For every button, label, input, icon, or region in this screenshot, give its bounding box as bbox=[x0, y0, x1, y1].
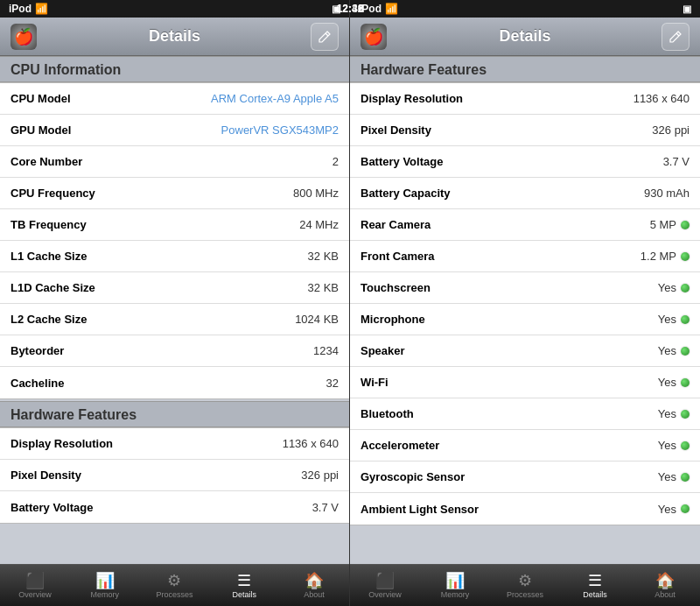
tab-overview-left[interactable]: ⬛ Overview bbox=[0, 573, 70, 599]
details-icon-right: ☰ bbox=[588, 573, 602, 588]
tab-memory-left[interactable]: 📊 Memory bbox=[70, 573, 140, 599]
table-row: Cacheline 32 bbox=[0, 367, 349, 398]
green-dot-gyroscope bbox=[681, 473, 690, 482]
label-gpu-model: GPU Model bbox=[10, 123, 71, 137]
table-row: TB Frequency 24 MHz bbox=[0, 209, 349, 241]
content-right: Hardware Features Display Resolution 113… bbox=[350, 56, 700, 564]
tab-about-left[interactable]: 🏠 About bbox=[279, 573, 349, 599]
green-dot-microphone bbox=[681, 315, 690, 324]
status-left-right: iPod 📶 bbox=[359, 3, 398, 15]
tab-details-right[interactable]: ☰ Details bbox=[560, 573, 630, 599]
tab-memory-right[interactable]: 📊 Memory bbox=[420, 573, 490, 599]
value-battery-voltage-r: 3.7 V bbox=[663, 155, 690, 168]
value-front-camera: 1.2 MP bbox=[640, 250, 690, 263]
tab-label-memory: Memory bbox=[90, 590, 119, 599]
about-icon-right: 🏠 bbox=[655, 573, 675, 588]
value-l2-cache: 1024 KB bbox=[295, 313, 339, 326]
label-core-number: Core Number bbox=[10, 155, 82, 168]
label-tb-freq: TB Frequency bbox=[10, 218, 87, 231]
green-dot-front bbox=[681, 252, 690, 261]
tab-processes-left[interactable]: ⚙ Processes bbox=[140, 573, 210, 599]
table-row: Accelerometer Yes bbox=[350, 430, 700, 462]
table-row: Ambient Light Sensor Yes bbox=[350, 493, 700, 525]
table-row: L2 Cache Size 1024 KB bbox=[0, 304, 349, 335]
green-dot-accelerometer bbox=[681, 441, 690, 450]
value-cpu-model: ARM Cortex-A9 Apple A5 bbox=[211, 92, 339, 105]
value-l1-cache: 32 KB bbox=[308, 250, 339, 263]
tab-label-overview: Overview bbox=[18, 590, 52, 599]
label-display-res-r: Display Resolution bbox=[360, 92, 463, 105]
section-cpu-header: CPU Information bbox=[0, 56, 349, 82]
value-pixel-density: 326 ppi bbox=[301, 469, 339, 482]
about-icon: 🏠 bbox=[304, 573, 324, 588]
label-gyroscope: Gyroscopic Sensor bbox=[360, 470, 465, 483]
overview-icon-right: ⬛ bbox=[375, 573, 395, 588]
table-row: L1 Cache Size 32 KB bbox=[0, 241, 349, 272]
label-bluetooth: Bluetooth bbox=[360, 407, 414, 420]
status-time-right: 12:42 bbox=[337, 3, 364, 15]
green-dot-bluetooth bbox=[681, 410, 690, 419]
value-microphone: Yes bbox=[658, 313, 690, 326]
tab-label-about: About bbox=[304, 590, 325, 599]
value-display-res-r: 1136 x 640 bbox=[634, 92, 690, 105]
tab-label-details-right: Details bbox=[583, 590, 607, 599]
tab-label-overview-right: Overview bbox=[368, 590, 402, 599]
processes-icon-right: ⚙ bbox=[518, 573, 532, 588]
value-l1d-cache: 32 KB bbox=[308, 281, 339, 294]
overview-icon: ⬛ bbox=[25, 573, 45, 588]
tab-label-processes: Processes bbox=[156, 590, 192, 599]
value-byteorder: 1234 bbox=[313, 344, 339, 357]
table-row: Pixel Density 326 ppi bbox=[350, 115, 700, 146]
value-battery-cap: 930 mAh bbox=[644, 187, 690, 200]
tab-processes-right[interactable]: ⚙ Processes bbox=[490, 573, 560, 599]
table-row: Battery Voltage 3.7 V bbox=[0, 491, 349, 523]
green-dot-ambient bbox=[681, 504, 690, 513]
app-logo-left: 🍎 bbox=[10, 24, 37, 50]
status-left: iPod 📶 bbox=[9, 3, 48, 15]
tab-details-left[interactable]: ☰ Details bbox=[209, 573, 279, 599]
value-pixel-density-r: 326 ppi bbox=[652, 123, 690, 137]
value-bluetooth: Yes bbox=[658, 407, 690, 420]
green-dot-speaker bbox=[681, 347, 690, 356]
table-row: Battery Voltage 3.7 V bbox=[350, 146, 700, 178]
green-dot-rear bbox=[681, 221, 690, 229]
hw-table-left: Display Resolution 1136 x 640 Pixel Dens… bbox=[0, 427, 349, 524]
label-battery-voltage: Battery Voltage bbox=[10, 501, 93, 514]
label-accelerometer: Accelerometer bbox=[360, 439, 439, 452]
tab-bar-left: ⬛ Overview 📊 Memory ⚙ Processes ☰ Detail… bbox=[0, 564, 349, 606]
value-ambient-light: Yes bbox=[658, 503, 690, 516]
table-row: CPU Model ARM Cortex-A9 Apple A5 bbox=[0, 83, 349, 115]
memory-icon-right: 📊 bbox=[445, 573, 465, 588]
table-row: Microphone Yes bbox=[350, 304, 700, 335]
tab-bar-right: ⬛ Overview 📊 Memory ⚙ Processes ☰ Detail… bbox=[350, 564, 700, 606]
section-hw-header-right: Hardware Features bbox=[350, 56, 700, 82]
table-row: Core Number 2 bbox=[0, 146, 349, 178]
green-dot-wifi bbox=[681, 378, 690, 387]
table-row: Rear Camera 5 MP bbox=[350, 209, 700, 241]
label-l1-cache: L1 Cache Size bbox=[10, 250, 87, 263]
label-cpu-model: CPU Model bbox=[10, 92, 71, 105]
label-l1d-cache: L1D Cache Size bbox=[10, 281, 95, 294]
table-row: Front Camera 1.2 MP bbox=[350, 241, 700, 272]
table-row: Display Resolution 1136 x 640 bbox=[0, 428, 349, 460]
device-name: iPod bbox=[9, 3, 32, 15]
label-pixel-density-r: Pixel Density bbox=[360, 123, 431, 137]
svg-line-1 bbox=[676, 33, 679, 36]
section-hw-header-left: Hardware Features bbox=[0, 401, 349, 427]
label-display-res: Display Resolution bbox=[10, 437, 113, 450]
panel-left: iPod 📶 12:36 ▣ 🍎 Details CPU Information… bbox=[0, 0, 350, 606]
value-rear-camera: 5 MP bbox=[650, 218, 690, 231]
table-row: Battery Capacity 930 mAh bbox=[350, 178, 700, 209]
label-cacheline: Cacheline bbox=[10, 377, 64, 390]
label-battery-cap: Battery Capacity bbox=[360, 187, 451, 200]
status-bar-left: iPod 📶 12:36 ▣ bbox=[0, 0, 349, 18]
tab-about-right[interactable]: 🏠 About bbox=[630, 573, 700, 599]
edit-button-left[interactable] bbox=[311, 23, 339, 51]
edit-button-right[interactable] bbox=[662, 23, 690, 51]
value-core-number: 2 bbox=[332, 155, 339, 168]
app-logo-right: 🍎 bbox=[360, 24, 387, 50]
battery-icon-right: ▣ bbox=[682, 4, 691, 15]
tab-overview-right[interactable]: ⬛ Overview bbox=[350, 573, 420, 599]
nav-title-left: Details bbox=[149, 27, 200, 46]
wifi-icon: 📶 bbox=[35, 3, 48, 15]
